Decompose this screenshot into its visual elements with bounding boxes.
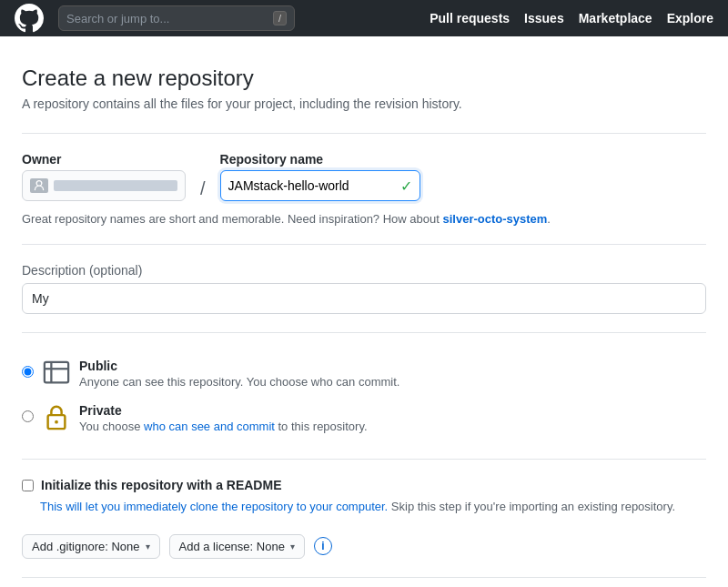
issues-link[interactable]: Issues [524,11,564,25]
public-repo-icon [43,359,70,386]
init-checkbox[interactable] [22,480,34,491]
suggestion-link[interactable]: silver-octo-system [442,212,547,226]
private-repo-icon [43,403,70,430]
owner-label: Owner [22,152,186,167]
owner-repo-row: Owner / Repository name ✓ [22,152,706,201]
explore-link[interactable]: Explore [667,11,713,25]
repo-name-label: Repository name [220,152,420,167]
valid-checkmark-icon: ✓ [400,177,412,195]
public-option-content: Public Anyone can see this repository. Y… [79,359,399,389]
public-option-row: Public Anyone can see this repository. Y… [22,351,706,396]
init-desc: This will let you immediately clone the … [40,498,706,516]
private-radio[interactable] [22,410,34,422]
divider-3 [22,332,706,333]
init-section: Initialize this repository with a README… [22,478,706,516]
desc-optional: (optional) [89,263,142,278]
pull-requests-link[interactable]: Pull requests [430,11,510,25]
divider-2 [22,244,706,245]
page-subtitle: A repository contains all the files for … [22,96,706,111]
navbar: / Pull requests Issues Marketplace Explo… [0,0,728,36]
init-label: Initialize this repository with a README [41,478,281,492]
owner-input[interactable] [22,170,186,201]
private-option-title: Private [79,403,368,418]
private-option-content: Private You choose who can see and commi… [79,403,368,433]
add-gitignore-dropdown[interactable]: Add .gitignore: None ▾ [22,534,160,559]
owner-field-group: Owner [22,152,186,201]
add-license-dropdown[interactable]: Add a license: None ▾ [169,534,305,559]
private-who-link[interactable]: who can see and commit [144,420,275,433]
add-license-label: Add a license: None [179,540,285,553]
marketplace-link[interactable]: Marketplace [579,11,652,25]
divider-5 [22,577,706,578]
search-kbd: / [273,11,287,25]
license-info-icon[interactable]: i [314,537,332,555]
public-option-desc: Anyone can see this repository. You choo… [79,375,399,389]
add-dropdowns-row: Add .gitignore: None ▾ Add a license: No… [22,534,706,559]
repo-name-input-wrap[interactable]: ✓ [220,170,420,201]
description-input[interactable] [22,283,706,314]
divider-1 [22,133,706,134]
navbar-links: Pull requests Issues Marketplace Explore [430,11,713,25]
add-gitignore-label: Add .gitignore: None [32,540,140,553]
svg-rect-0 [45,362,68,383]
github-logo-icon[interactable] [15,4,44,33]
repo-name-field-group: Repository name ✓ [220,152,420,201]
public-radio[interactable] [22,366,34,378]
svg-point-4 [55,420,58,424]
desc-label: Description (optional) [22,263,706,278]
private-option-row: Private You choose who can see and commi… [22,396,706,440]
suggestion-text: Great repository names are short and mem… [22,212,706,226]
owner-name-blurred [54,180,177,191]
description-section: Description (optional) [22,263,706,314]
repo-name-input[interactable] [228,178,395,193]
search-input[interactable] [66,12,266,25]
search-bar[interactable]: / [58,5,295,31]
page-title: Create a new repository [22,66,706,91]
gitignore-chevron-icon: ▾ [146,541,150,552]
main-content: Create a new repository A repository con… [0,36,728,587]
init-row: Initialize this repository with a README [22,478,706,492]
public-option-title: Public [79,359,399,373]
slash-separator: / [200,178,206,201]
license-chevron-icon: ▾ [290,541,295,552]
visibility-section: Public Anyone can see this repository. Y… [22,351,706,440]
divider-4 [22,459,706,460]
private-option-desc: You choose who can see and commit to thi… [79,420,368,433]
owner-avatar-icon [30,178,48,193]
